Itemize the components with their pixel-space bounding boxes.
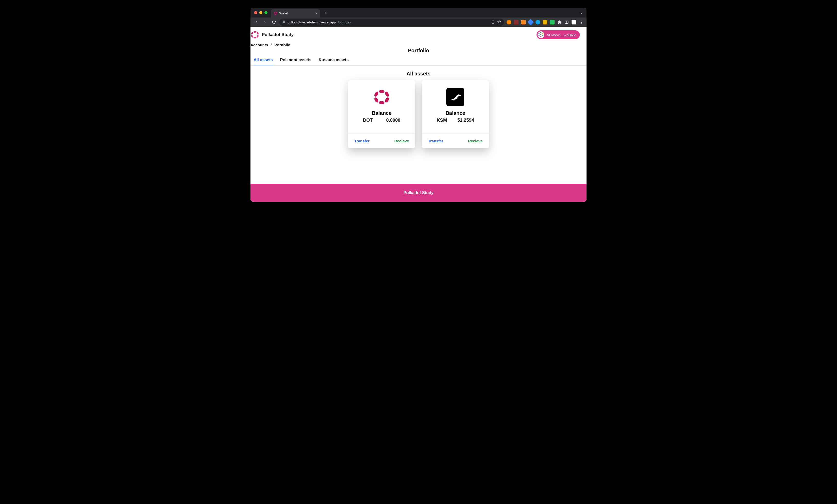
receive-button[interactable]: Recieve [468, 139, 483, 143]
svg-point-26 [374, 91, 379, 97]
window-maximize-button[interactable] [264, 11, 267, 14]
brand-name: Polkadot Study [262, 32, 294, 37]
svg-point-4 [274, 13, 275, 15]
svg-point-20 [542, 33, 544, 34]
browser-toolbar: polkadot-wallet-demo.vercel.app/portfoli… [250, 18, 587, 27]
svg-point-25 [379, 101, 384, 104]
footer-text: Polkadot Study [404, 190, 433, 195]
breadcrumb-root[interactable]: Accounts [250, 43, 268, 47]
tab-close-button[interactable]: × [316, 12, 318, 15]
lock-icon [282, 20, 286, 24]
tab-polkadot-assets[interactable]: Polkadot assets [280, 55, 311, 66]
svg-marker-7 [498, 20, 501, 23]
asset-card-actions: Transfer Recieve [422, 133, 489, 148]
app-footer: Polkadot Study [250, 184, 587, 202]
extension-icon[interactable] [543, 20, 547, 24]
svg-point-27 [384, 97, 390, 103]
svg-point-10 [253, 31, 256, 33]
asset-symbol: KSM [437, 118, 447, 123]
transfer-button[interactable]: Transfer [428, 139, 443, 143]
svg-point-24 [379, 90, 384, 93]
account-identicon-icon [537, 32, 544, 38]
breadcrumb-separator: / [271, 43, 272, 47]
asset-card-body: Balance KSM 51.2594 [422, 80, 489, 133]
browser-window: Wallet × ＋ ⌄ polkadot-wallet-demo.vercel… [250, 8, 587, 202]
polkadot-logo-icon [250, 30, 259, 39]
url-path: /portfolio [338, 20, 351, 24]
browser-menu-button[interactable]: ⋮ [579, 20, 584, 25]
window-close-button[interactable] [254, 11, 257, 14]
svg-point-1 [275, 14, 276, 15]
breadcrumb: Accounts / Portfolio [250, 42, 587, 47]
balance-label: Balance [372, 110, 392, 116]
extension-icon[interactable] [514, 20, 518, 24]
page-viewport: Polkadot Study [250, 27, 587, 202]
extension-icon[interactable] [535, 20, 540, 24]
transfer-button[interactable]: Transfer [354, 139, 370, 143]
account-button[interactable]: 5CwW6...wd9R2 [536, 30, 580, 39]
svg-point-22 [542, 35, 544, 36]
svg-point-15 [256, 32, 259, 35]
polkadot-logo-icon [373, 88, 391, 106]
url-host: polkadot-wallet-demo.vercel.app [288, 20, 336, 24]
svg-point-3 [276, 13, 277, 15]
profile-avatar-icon[interactable] [572, 20, 576, 24]
reload-button[interactable] [271, 19, 277, 25]
svg-point-11 [253, 37, 256, 38]
tabs-overflow-button[interactable]: ⌄ [580, 11, 583, 15]
asset-cards: Balance DOT 0.0000 Transfer Recieve [250, 80, 587, 158]
new-tab-button[interactable]: ＋ [322, 10, 330, 17]
svg-point-14 [251, 35, 253, 38]
back-button[interactable] [253, 19, 259, 25]
stage: Wallet × ＋ ⌄ polkadot-wallet-demo.vercel… [238, 0, 599, 217]
balance-row: KSM 51.2594 [437, 118, 474, 123]
bookmark-star-icon[interactable] [497, 20, 501, 24]
browser-titlebar: Wallet × ＋ ⌄ [250, 8, 587, 18]
window-minimize-button[interactable] [259, 11, 262, 14]
svg-point-23 [540, 34, 541, 35]
svg-point-29 [384, 91, 390, 97]
address-bar[interactable]: polkadot-wallet-demo.vercel.app/portfoli… [279, 19, 504, 26]
breadcrumb-current: Portfolio [274, 43, 290, 47]
svg-point-5 [276, 12, 277, 13]
tab-kusama-assets[interactable]: Kusama assets [319, 55, 349, 66]
share-icon[interactable] [491, 20, 495, 24]
svg-point-17 [540, 32, 541, 33]
tab-title: Wallet [279, 12, 288, 15]
asset-card-dot: Balance DOT 0.0000 Transfer Recieve [348, 80, 415, 148]
extension-icon[interactable] [521, 20, 526, 24]
balance-label: Balance [446, 110, 465, 116]
kusama-logo-icon [446, 88, 464, 106]
forward-button[interactable] [262, 19, 268, 25]
asset-balance: 0.0000 [386, 118, 400, 123]
tab-favicon-icon [274, 12, 277, 15]
asset-symbol: DOT [363, 118, 373, 123]
page-title: Portfolio [250, 48, 587, 54]
section-title: All assets [250, 71, 587, 77]
svg-point-19 [539, 33, 540, 34]
asset-card-body: Balance DOT 0.0000 [348, 80, 415, 133]
brand[interactable]: Polkadot Study [250, 30, 294, 39]
svg-point-2 [274, 12, 275, 13]
extension-icon[interactable] [506, 20, 511, 24]
extension-icon[interactable] [527, 19, 534, 25]
account-address: 5CwW6...wd9R2 [547, 33, 576, 37]
address-bar-actions [491, 20, 501, 24]
receive-button[interactable]: Recieve [394, 139, 409, 143]
svg-point-28 [374, 97, 379, 103]
browser-extensions [506, 20, 576, 24]
extension-icon[interactable] [564, 20, 569, 24]
extensions-puzzle-icon[interactable] [557, 20, 562, 24]
svg-point-21 [539, 35, 540, 36]
window-controls [254, 11, 267, 14]
tab-all-assets[interactable]: All assets [253, 55, 273, 66]
asset-balance: 51.2594 [458, 118, 474, 123]
extension-icon[interactable] [550, 20, 555, 24]
svg-point-13 [256, 35, 259, 38]
asset-tabs: All assets Polkadot assets Kusama assets [250, 55, 587, 66]
svg-point-0 [275, 12, 276, 13]
asset-card-ksm: Balance KSM 51.2594 Transfer Recieve [422, 80, 489, 148]
balance-row: DOT 0.0000 [363, 118, 400, 123]
browser-tab[interactable]: Wallet × [271, 9, 320, 18]
svg-point-18 [540, 36, 541, 37]
